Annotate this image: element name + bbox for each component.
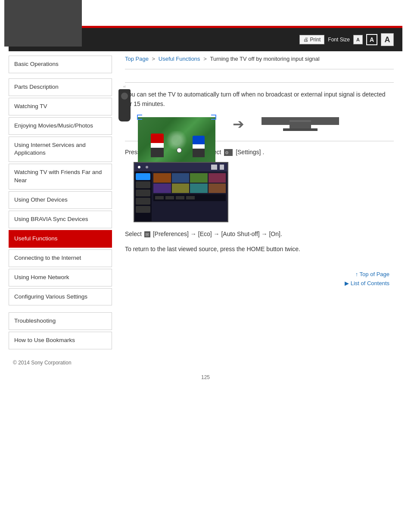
sidebar-item-basic-operations[interactable]: Basic Operations bbox=[9, 56, 112, 73]
corner-bl bbox=[137, 115, 142, 120]
breadcrumb-useful-functions[interactable]: Useful Functions bbox=[159, 56, 200, 62]
sidebar-item-using-bravia[interactable]: Using BRAVIA Sync Devices bbox=[9, 211, 112, 228]
tv-ui-icon1 bbox=[211, 165, 217, 170]
step1-icon-label: [Settings] bbox=[236, 149, 261, 156]
step2-rest: → [Eco] → [Auto Shut-off] → [On]. bbox=[190, 230, 282, 237]
divider-2 bbox=[125, 82, 394, 83]
font-small-button[interactable]: A bbox=[353, 35, 363, 44]
up-arrow-icon: ↑ bbox=[355, 271, 358, 277]
tv-ui-content bbox=[134, 171, 227, 221]
sidebar-item-using-internet[interactable]: Using Internet Services and Applications bbox=[9, 137, 112, 162]
signal-icon: ᵥᵢ bbox=[123, 84, 126, 88]
tv-ui-bottom-4 bbox=[186, 196, 195, 199]
sidebar-item-configuring-settings[interactable]: Configuring Various Settings bbox=[9, 288, 112, 306]
settings-icon-inline: ⚙ bbox=[224, 149, 233, 156]
tv-ui-cell-3 bbox=[190, 173, 208, 183]
tv-ui-sidebar bbox=[134, 171, 152, 221]
list-of-contents-link[interactable]: ▶ List of Contents bbox=[345, 280, 389, 286]
bottom-links: ↑ Top of Page ▶ List of Contents bbox=[125, 271, 394, 286]
sidebar-item-watching-tv[interactable]: Watching TV bbox=[9, 98, 112, 115]
tv-illustration: ᵥᵢ bbox=[134, 116, 394, 132]
tv-ui-bottom-bar bbox=[153, 194, 226, 201]
tv-ui-dot2 bbox=[146, 166, 148, 168]
ball bbox=[177, 148, 182, 153]
copyright-text: © 2014 Sony Corporation bbox=[13, 360, 72, 366]
tv-ui-cell-5 bbox=[153, 184, 171, 193]
tv-ui-bottom-2 bbox=[165, 196, 174, 199]
sidebar-item-how-to-use[interactable]: How to Use Bookmarks bbox=[9, 332, 112, 349]
tv-ui-cell-4 bbox=[209, 173, 226, 183]
font-medium-button[interactable]: A bbox=[366, 34, 377, 45]
content-area: Top Page > Useful Functions > Turning th… bbox=[112, 51, 402, 351]
tv-ui-sidebar-item-2 bbox=[136, 181, 150, 188]
tv-ui-bottom-3 bbox=[176, 196, 184, 199]
print-label: Print bbox=[310, 37, 321, 43]
arrow-right: ➔ bbox=[233, 116, 244, 132]
step2-text: Select ⊞ [Preferences] → [Eco] → [Auto S… bbox=[125, 229, 394, 239]
breadcrumb-top-page[interactable]: Top Page bbox=[125, 56, 149, 62]
toolbar-right: 🖨 Print Font Size A A A bbox=[299, 33, 394, 46]
print-icon: 🖨 bbox=[303, 37, 308, 43]
tv-on bbox=[134, 117, 220, 131]
sidebar-item-using-home-network[interactable]: Using Home Network bbox=[9, 269, 112, 286]
breadcrumb: Top Page > Useful Functions > Turning th… bbox=[125, 51, 394, 65]
soccer-field bbox=[138, 117, 215, 164]
step1-suffix: . bbox=[262, 149, 264, 156]
tv-ui-dot1 bbox=[138, 166, 140, 168]
sidebar-item-watching-friends[interactable]: Watching TV with Friends Far and Near bbox=[9, 164, 112, 190]
sidebar-item-enjoying-movies[interactable]: Enjoying Movies/Music/Photos bbox=[9, 117, 112, 135]
main-layout: Basic Operations Parts Description Watch… bbox=[9, 51, 402, 351]
print-button[interactable]: 🖨 Print bbox=[299, 35, 325, 44]
step2-pref: [Preferences] bbox=[153, 230, 189, 237]
tv-speaker-off bbox=[290, 120, 311, 122]
font-large-button[interactable]: A bbox=[381, 33, 394, 46]
tv-screen-off bbox=[4, 0, 82, 47]
tv-ui-icons bbox=[211, 165, 224, 170]
tv-ui-main bbox=[152, 171, 227, 221]
tv-ui-grid bbox=[153, 173, 226, 193]
top-of-page-label: Top of Page bbox=[360, 271, 389, 277]
tv-ui-cell-6 bbox=[172, 184, 190, 193]
step2-pref-icon: ⊞ bbox=[144, 231, 150, 237]
tv-ui-sidebar-item-4 bbox=[136, 198, 150, 205]
player1 bbox=[151, 134, 164, 157]
tv-on-container: ᵥᵢ bbox=[134, 117, 220, 131]
sidebar-item-connecting-internet[interactable]: Connecting to the Internet bbox=[9, 249, 112, 267]
sidebar-item-useful-functions[interactable]: Useful Functions bbox=[9, 230, 112, 248]
tv-foot-off bbox=[283, 128, 318, 131]
tv-base-off bbox=[262, 117, 339, 125]
player2 bbox=[193, 136, 205, 157]
page-number: 125 bbox=[0, 370, 411, 385]
tv-stand-off bbox=[290, 125, 311, 128]
step2-prefix: Select bbox=[125, 230, 142, 237]
tv-ui-cell-7 bbox=[190, 184, 208, 193]
tv-ui-sidebar-item-3 bbox=[136, 190, 150, 196]
breadcrumb-current: Turning the TV off by monitoring input s… bbox=[210, 56, 319, 62]
tv-ui-sidebar-item-1 bbox=[136, 173, 150, 180]
tv-ui-sidebar-item-5 bbox=[136, 206, 150, 213]
tv-ui-screenshot bbox=[134, 162, 228, 222]
font-size-label: Font Size bbox=[328, 37, 350, 43]
list-of-contents-label: List of Contents bbox=[351, 280, 389, 286]
step3-text: To return to the last viewed source, pre… bbox=[125, 244, 394, 254]
footer: © 2014 Sony Corporation bbox=[13, 360, 398, 366]
right-arrow-icon: ▶ bbox=[345, 280, 349, 286]
description-text: You can set the TV to automatically turn… bbox=[125, 90, 394, 109]
tv-ui-cell-8 bbox=[209, 184, 226, 193]
sidebar-item-parts-description[interactable]: Parts Description bbox=[9, 78, 112, 96]
tv-ui-bottom-1 bbox=[155, 196, 164, 199]
tv-ui-icon2 bbox=[220, 165, 224, 170]
tv-ui-top-bar bbox=[134, 163, 227, 171]
tv-off bbox=[257, 117, 343, 131]
remote bbox=[118, 89, 131, 121]
tv-screen-on bbox=[138, 117, 215, 164]
corner-br bbox=[211, 115, 216, 120]
tv-ui-cell-2 bbox=[172, 173, 190, 183]
sidebar: Basic Operations Parts Description Watch… bbox=[9, 51, 112, 351]
divider-1 bbox=[125, 69, 394, 69]
sidebar-item-using-other[interactable]: Using Other Devices bbox=[9, 191, 112, 209]
top-of-page-link[interactable]: ↑ Top of Page bbox=[355, 271, 389, 277]
remote-container: ᵥᵢ bbox=[118, 84, 131, 121]
sidebar-item-troubleshooting[interactable]: Troubleshooting bbox=[9, 312, 112, 330]
tv-ui-cell-1 bbox=[153, 173, 171, 183]
